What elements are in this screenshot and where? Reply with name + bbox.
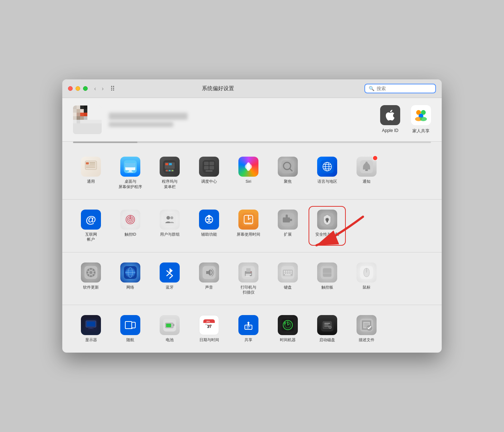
svg-rect-132 xyxy=(284,271,285,272)
datetime-icon: JUL 17 12 xyxy=(199,315,219,335)
apple-id-action[interactable]: Apple ID xyxy=(380,105,400,133)
pref-item-notifications[interactable]: 通知 xyxy=(349,154,384,192)
svg-point-111 xyxy=(93,274,94,276)
svg-point-107 xyxy=(90,275,92,277)
pref-item-mission[interactable]: 调度中心 xyxy=(191,154,227,192)
svg-rect-134 xyxy=(288,271,290,272)
screentime-icon xyxy=(238,210,258,230)
search-icon: 🔍 xyxy=(369,86,374,91)
pref-item-display[interactable]: 显示器 xyxy=(73,312,109,345)
svg-rect-92 xyxy=(245,222,252,224)
battery-icon xyxy=(160,315,180,335)
svg-rect-55 xyxy=(209,162,214,165)
svg-rect-79 xyxy=(163,213,176,226)
software-icon xyxy=(81,262,101,283)
svg-rect-12 xyxy=(80,113,84,116)
svg-line-122 xyxy=(167,273,170,276)
pref-item-bluetooth[interactable]: 蓝牙 xyxy=(152,260,188,298)
pref-item-siri[interactable]: Siri xyxy=(231,154,266,192)
touchid-icon xyxy=(120,210,140,230)
pref-item-printer[interactable]: 打印机与扫描仪 xyxy=(231,260,266,298)
svg-point-80 xyxy=(166,216,170,220)
svg-rect-126 xyxy=(246,268,251,272)
svg-rect-35 xyxy=(86,166,95,166)
svg-rect-8 xyxy=(84,109,87,113)
pref-item-datetime[interactable]: JUL 17 12 日期与时间 xyxy=(191,312,227,345)
pref-item-spotlight[interactable]: 聚焦 xyxy=(270,154,306,192)
language-label: 语言与地区 xyxy=(318,179,337,184)
svg-rect-15 xyxy=(77,116,80,120)
svg-rect-34 xyxy=(89,164,95,165)
svg-rect-136 xyxy=(284,273,285,274)
svg-rect-158 xyxy=(166,324,171,327)
bluetooth-icon xyxy=(160,262,180,283)
user-name-blur xyxy=(109,113,188,120)
siri-label: Siri xyxy=(246,179,251,184)
pref-item-sidecar[interactable]: 随航 xyxy=(112,312,148,345)
svg-rect-56 xyxy=(204,166,209,170)
svg-rect-129 xyxy=(251,272,251,273)
svg-rect-10 xyxy=(73,113,77,116)
svg-text:17: 17 xyxy=(207,324,212,329)
scrollbar-track xyxy=(73,142,431,143)
svg-rect-16 xyxy=(80,116,84,120)
svg-rect-30 xyxy=(85,161,97,170)
pref-item-battery[interactable]: 电池 xyxy=(152,312,188,345)
avatar[interactable] xyxy=(73,105,102,134)
svg-text:12: 12 xyxy=(205,323,207,325)
mouse-label: 鼠标 xyxy=(363,285,370,290)
svg-rect-142 xyxy=(323,268,331,277)
svg-rect-46 xyxy=(165,166,167,167)
apple-id-label: Apple ID xyxy=(382,128,398,133)
pref-item-mouse[interactable]: 鼠标 xyxy=(349,260,384,298)
family-sharing-action[interactable]: 家人共享 xyxy=(411,105,431,134)
prefs-grid-3: 软件更新 网络 xyxy=(73,260,431,298)
printer-label: 打印机与扫描仪 xyxy=(241,285,256,295)
svg-rect-2 xyxy=(77,105,80,109)
svg-rect-20 xyxy=(73,120,77,123)
pref-item-screentime[interactable]: 屏幕使用时间 xyxy=(231,207,266,245)
pref-item-profiles[interactable]: 描述文件 xyxy=(349,312,384,345)
svg-rect-151 xyxy=(88,328,94,329)
svg-point-105 xyxy=(89,271,92,274)
pref-item-touchid[interactable]: 触控ID xyxy=(112,207,148,245)
svg-rect-3 xyxy=(80,105,84,109)
mission-icon xyxy=(199,157,219,177)
svg-rect-11 xyxy=(77,113,80,116)
pref-item-trackpad[interactable]: 触控板 xyxy=(309,260,345,298)
pref-item-software[interactable]: 软件更新 xyxy=(73,260,109,298)
pref-item-general[interactable]: 通用 xyxy=(73,154,109,192)
pref-item-startup[interactable]: 启动磁盘 xyxy=(309,312,345,345)
user-email-blur xyxy=(109,122,173,127)
pref-item-sharing[interactable]: 共享 xyxy=(231,312,266,345)
svg-rect-21 xyxy=(77,120,80,123)
close-button[interactable] xyxy=(68,86,73,91)
svg-rect-127 xyxy=(246,274,251,275)
scrollbar-thumb[interactable] xyxy=(73,142,137,143)
search-box[interactable]: 🔍 xyxy=(364,84,436,93)
mouse-icon xyxy=(357,262,377,283)
pref-item-internet[interactable]: @ 互联网帐户 xyxy=(73,207,109,245)
pref-item-users[interactable]: 用户与群组 xyxy=(152,207,188,245)
pref-item-timemachine[interactable]: 时间机器 xyxy=(270,312,306,345)
search-input[interactable] xyxy=(377,86,427,91)
pref-item-language[interactable]: 语言与地区 xyxy=(309,154,345,192)
pref-item-sound[interactable]: 声音 xyxy=(191,260,227,298)
prefs-section-3: 软件更新 网络 xyxy=(62,252,442,305)
pref-item-desktop[interactable]: 桌面与屏幕保护程序 xyxy=(112,154,148,192)
pref-item-accessibility[interactable]: 辅助功能 xyxy=(191,207,227,245)
pref-item-network[interactable]: 网络 xyxy=(112,260,148,298)
dock-label: 程序坞与菜单栏 xyxy=(162,179,178,189)
pref-item-dock[interactable]: 程序坞与菜单栏 xyxy=(152,154,188,192)
pref-item-keyboard[interactable]: 键盘 xyxy=(270,260,306,298)
svg-point-50 xyxy=(166,170,168,171)
pref-item-extensions[interactable]: 扩展 xyxy=(270,207,306,245)
svg-rect-179 xyxy=(324,323,330,324)
svg-point-108 xyxy=(87,271,88,273)
svg-rect-150 xyxy=(89,327,92,328)
accessibility-label: 辅助功能 xyxy=(201,232,217,237)
startup-label: 启动磁盘 xyxy=(319,337,335,342)
arrow-svg xyxy=(306,210,377,252)
svg-point-74 xyxy=(365,162,368,164)
dock-icon xyxy=(160,157,180,177)
